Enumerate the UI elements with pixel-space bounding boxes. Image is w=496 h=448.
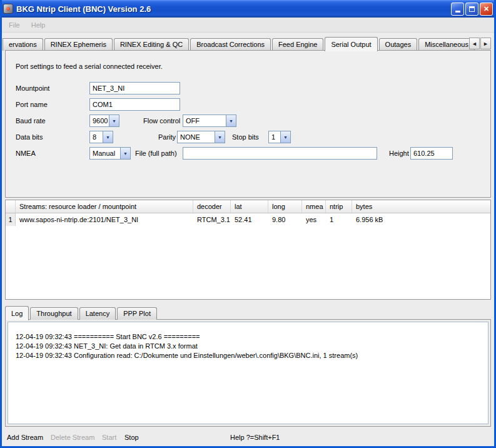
- stop-bits-label: Stop bits: [232, 133, 259, 141]
- log-line: 12-04-19 09:32:43 Configuration read: C:…: [16, 351, 480, 360]
- tab-serial-output[interactable]: Serial Output: [325, 37, 377, 51]
- cell-ntrip: 1: [326, 213, 352, 226]
- data-bits-value: 8: [90, 131, 103, 143]
- nmea-select[interactable]: Manual ▼: [89, 147, 131, 160]
- col-header-lat[interactable]: lat: [231, 200, 268, 213]
- bottom-tab-bar: Log Throughput Latency PPP Plot: [5, 305, 158, 320]
- baud-rate-value: 9600: [90, 115, 109, 126]
- chevron-down-icon[interactable]: ▼: [103, 131, 113, 143]
- app-icon: [3, 4, 13, 14]
- window-title: BKG Ntrip Client (BNC) Version 2.6: [16, 4, 451, 14]
- row-number: 1: [6, 213, 16, 226]
- tab-rinex-ephemeris[interactable]: RINEX Ephemeris: [44, 38, 113, 51]
- cell-nmea: yes: [302, 213, 326, 226]
- chevron-down-icon[interactable]: ▼: [226, 115, 236, 126]
- window-controls: ✕: [451, 3, 493, 16]
- baud-rate-label: Baud rate: [16, 117, 46, 125]
- tab-broadcast-corrections[interactable]: Broadcast Corrections: [190, 38, 271, 51]
- close-button[interactable]: ✕: [480, 3, 493, 16]
- port-name-label: Port name: [16, 101, 48, 108]
- minimize-button[interactable]: [451, 3, 464, 16]
- stop-bits-value: 1: [269, 131, 280, 143]
- baud-rate-select[interactable]: 9600 ▼: [89, 115, 119, 127]
- cell-mountpoint: www.sapos-ni-ntrip.de:2101/NET_3_NI: [16, 213, 193, 226]
- tab-feed-engine[interactable]: Feed Engine: [272, 38, 323, 51]
- tab-outages[interactable]: Outages: [379, 38, 418, 51]
- parity-label: Parity: [158, 133, 176, 141]
- parity-value: NONE: [178, 131, 215, 143]
- data-bits-select[interactable]: 8 ▼: [89, 131, 113, 143]
- tab-rinex-editing-qc[interactable]: RINEX Editing & QC: [114, 38, 189, 51]
- col-header-bytes[interactable]: bytes: [352, 200, 490, 213]
- log-output[interactable]: 12-04-19 09:32:43 ========== Start BNC v…: [8, 322, 488, 424]
- tab-scroll-right-icon[interactable]: ►: [480, 38, 491, 49]
- height-label: Height: [389, 150, 409, 157]
- cell-decoder: RTCM_3.1: [193, 213, 231, 226]
- chevron-down-icon[interactable]: ▼: [215, 131, 225, 143]
- cell-lat: 52.41: [231, 213, 268, 226]
- tab-scroll-left-icon[interactable]: ◄: [469, 38, 480, 49]
- col-header-decoder[interactable]: decoder: [193, 200, 231, 213]
- maximize-button[interactable]: [465, 3, 478, 16]
- port-name-input[interactable]: [89, 98, 180, 111]
- maximize-icon: [469, 6, 475, 12]
- tab-observations[interactable]: ervations: [3, 38, 43, 51]
- app-window: BKG Ntrip Client (BNC) Version 2.6 ✕ Fil…: [0, 0, 496, 448]
- flow-control-value: OFF: [183, 115, 226, 126]
- parity-select[interactable]: NONE ▼: [177, 131, 225, 143]
- file-path-input[interactable]: [183, 147, 377, 160]
- col-header-long[interactable]: long: [268, 200, 302, 213]
- menu-help[interactable]: Help: [26, 19, 51, 31]
- mountpoint-label: Mountpoint: [16, 84, 49, 92]
- menu-file[interactable]: File: [3, 19, 26, 31]
- flow-control-select[interactable]: OFF ▼: [183, 115, 236, 127]
- serial-output-panel: Port settings to feed a serial connected…: [5, 50, 491, 198]
- col-header-nmea[interactable]: nmea: [302, 200, 326, 213]
- log-panel: 12-04-19 09:32:43 ========== Start BNC v…: [5, 319, 491, 427]
- tab-log[interactable]: Log: [5, 306, 29, 320]
- chevron-down-icon[interactable]: ▼: [120, 148, 130, 159]
- tab-latency[interactable]: Latency: [79, 307, 116, 320]
- menubar: File Help: [0, 18, 496, 33]
- table-row[interactable]: 1 www.sapos-ni-ntrip.de:2101/NET_3_NI RT…: [6, 213, 490, 226]
- streams-table-header: Streams: resource loader / mountpoint de…: [6, 200, 490, 213]
- file-path-label: File (full path): [135, 150, 177, 157]
- height-input[interactable]: [410, 147, 453, 160]
- chevron-down-icon[interactable]: ▼: [280, 131, 290, 143]
- panel-description: Port settings to feed a serial connected…: [16, 63, 163, 70]
- mountpoint-input[interactable]: [89, 82, 180, 94]
- tab-ppp-plot[interactable]: PPP Plot: [117, 307, 157, 320]
- cell-long: 9.80: [268, 213, 302, 226]
- titlebar[interactable]: BKG Ntrip Client (BNC) Version 2.6 ✕: [0, 0, 496, 18]
- log-line: 12-04-19 09:32:43 ========== Start BNC v…: [16, 332, 480, 342]
- help-shortcut-label[interactable]: Help ?=Shift+F1: [230, 434, 280, 441]
- start-button: Start: [102, 434, 116, 441]
- stop-bits-select[interactable]: 1 ▼: [268, 131, 291, 143]
- log-line: 12-04-19 09:32:43 NET_3_NI: Get data in …: [16, 342, 480, 351]
- cell-bytes: 6.956 kB: [352, 213, 490, 226]
- tab-miscellaneous[interactable]: Miscellaneous: [418, 38, 475, 51]
- streams-table: Streams: resource loader / mountpoint de…: [5, 200, 491, 300]
- tab-scroll-buttons: ◄ ►: [468, 38, 491, 49]
- close-icon: ✕: [483, 6, 489, 13]
- add-stream-button[interactable]: Add Stream: [7, 434, 43, 441]
- top-tab-bar: ervations RINEX Ephemeris RINEX Editing …: [5, 36, 491, 51]
- chevron-down-icon[interactable]: ▼: [109, 115, 119, 126]
- data-bits-label: Data bits: [16, 133, 43, 141]
- row-number-header: [6, 200, 16, 213]
- col-header-mountpoint[interactable]: Streams: resource loader / mountpoint: [16, 200, 193, 213]
- delete-stream-button: Delete Stream: [51, 434, 94, 441]
- col-header-ntrip[interactable]: ntrip: [326, 200, 352, 213]
- nmea-value: Manual: [90, 148, 120, 159]
- nmea-label: NMEA: [16, 150, 36, 157]
- stop-button[interactable]: Stop: [124, 434, 139, 441]
- minimize-icon: [455, 11, 460, 13]
- flow-control-label: Flow control: [143, 117, 180, 125]
- tab-throughput[interactable]: Throughput: [30, 307, 78, 320]
